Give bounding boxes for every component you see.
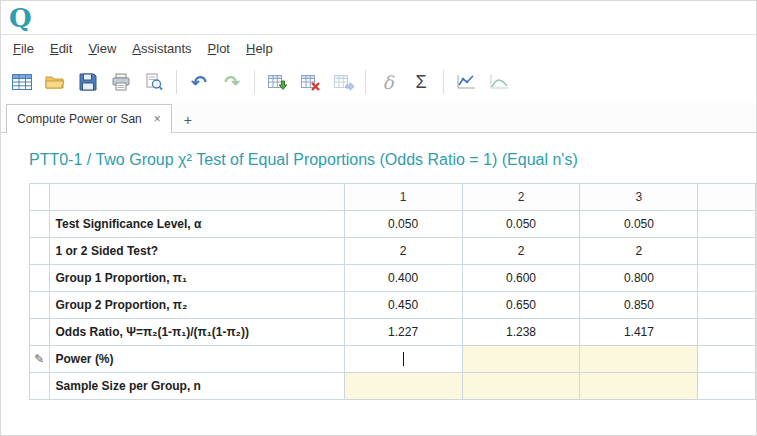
toolbar-separator xyxy=(254,70,255,94)
sigma-icon[interactable]: Σ xyxy=(406,67,436,97)
table-row-power: ✎ Power (%) xyxy=(30,346,756,373)
table-cell[interactable] xyxy=(698,211,756,238)
menu-plot[interactable]: Plot xyxy=(200,38,238,59)
toolbar-separator xyxy=(443,70,444,94)
tab-compute-power[interactable]: Compute Power or San × xyxy=(6,104,172,133)
table-cell[interactable]: 1.417 xyxy=(580,319,698,346)
table-cell[interactable]: 2 xyxy=(580,238,698,265)
delete-column-icon[interactable] xyxy=(295,67,325,97)
table-header-row: 1 2 3 xyxy=(30,184,756,211)
menu-help[interactable]: Help xyxy=(238,38,281,59)
tab-close-icon[interactable]: × xyxy=(154,112,161,126)
row-gutter xyxy=(30,373,50,400)
row-gutter xyxy=(30,292,50,319)
table-cell[interactable]: 2 xyxy=(462,238,580,265)
row-label[interactable]: Power (%) xyxy=(49,346,344,373)
row-label[interactable]: Sample Size per Group, n xyxy=(49,373,344,400)
app-window: Q File Edit View Assistants Plot Help xyxy=(0,0,757,436)
new-table-icon[interactable] xyxy=(7,67,37,97)
table-cell[interactable]: 1.227 xyxy=(344,319,462,346)
table-cell[interactable]: 0.450 xyxy=(344,292,462,319)
table-row: Group 1 Proportion, π₁ 0.400 0.600 0.800 xyxy=(30,265,756,292)
menu-edit[interactable]: Edit xyxy=(42,38,80,59)
table-cell[interactable] xyxy=(462,373,580,400)
row-label[interactable]: Odds Ratio, Ψ=π₂(1-π₁)/(π₁(1-π₂)) xyxy=(49,319,344,346)
table-cell[interactable]: 1.238 xyxy=(462,319,580,346)
column-header-2[interactable]: 2 xyxy=(462,184,580,211)
parameter-table: 1 2 3 Test Significance Level, α 0.050 0… xyxy=(29,183,756,400)
corner-cell xyxy=(30,184,50,211)
menu-assistants[interactable]: Assistants xyxy=(124,38,199,59)
row-label[interactable]: Group 2 Proportion, π₂ xyxy=(49,292,344,319)
table-cell[interactable] xyxy=(698,238,756,265)
table-cell[interactable]: 0.400 xyxy=(344,265,462,292)
table-cell[interactable] xyxy=(462,346,580,373)
delta-icon[interactable]: δ xyxy=(373,67,403,97)
plot-line-icon[interactable] xyxy=(451,67,481,97)
table-cell[interactable] xyxy=(344,373,462,400)
menu-file[interactable]: File xyxy=(5,38,42,59)
title-bar: Q xyxy=(1,1,756,35)
table-cell[interactable] xyxy=(580,373,698,400)
label-column-header xyxy=(49,184,344,211)
column-header-1[interactable]: 1 xyxy=(344,184,462,211)
run-table-icon[interactable] xyxy=(262,67,292,97)
redo-icon[interactable]: ↷ xyxy=(217,67,247,97)
menu-bar: File Edit View Assistants Plot Help xyxy=(1,35,756,61)
open-folder-icon[interactable] xyxy=(40,67,70,97)
table-cell[interactable] xyxy=(580,346,698,373)
plot-curve-icon[interactable] xyxy=(484,67,514,97)
column-header-3[interactable]: 3 xyxy=(580,184,698,211)
edit-row-pencil-icon: ✎ xyxy=(34,352,44,366)
table-row-sample-size: Sample Size per Group, n xyxy=(30,373,756,400)
row-gutter xyxy=(30,265,50,292)
toolbar-separator xyxy=(365,70,366,94)
text-caret xyxy=(403,352,404,366)
table-cell[interactable]: 0.050 xyxy=(462,211,580,238)
row-gutter xyxy=(30,211,50,238)
table-cell[interactable]: 0.050 xyxy=(344,211,462,238)
menu-view[interactable]: View xyxy=(80,38,124,59)
row-label[interactable]: 1 or 2 Sided Test? xyxy=(49,238,344,265)
save-icon[interactable] xyxy=(73,67,103,97)
row-gutter xyxy=(30,319,50,346)
table-cell[interactable]: 0.050 xyxy=(580,211,698,238)
toolbar-separator xyxy=(176,70,177,94)
row-label[interactable]: Group 1 Proportion, π₁ xyxy=(49,265,344,292)
table-cell[interactable]: 0.800 xyxy=(580,265,698,292)
table-cell[interactable] xyxy=(698,265,756,292)
table-row: Odds Ratio, Ψ=π₂(1-π₁)/(π₁(1-π₂)) 1.227 … xyxy=(30,319,756,346)
tab-label: Compute Power or San xyxy=(17,112,142,126)
table-cell[interactable]: 0.600 xyxy=(462,265,580,292)
transfer-table-icon[interactable] xyxy=(328,67,358,97)
table-cell[interactable]: 0.650 xyxy=(462,292,580,319)
table-cell[interactable]: 0.850 xyxy=(580,292,698,319)
print-preview-icon[interactable] xyxy=(139,67,169,97)
table-cell[interactable] xyxy=(698,373,756,400)
table-cell[interactable] xyxy=(698,346,756,373)
undo-icon[interactable]: ↶ xyxy=(184,67,214,97)
active-edit-cell[interactable] xyxy=(344,346,462,373)
row-gutter: ✎ xyxy=(30,346,50,373)
app-logo: Q xyxy=(9,5,32,31)
page-title: PTT0-1 / Two Group χ² Test of Equal Prop… xyxy=(29,151,756,169)
table-row: 1 or 2 Sided Test? 2 2 2 xyxy=(30,238,756,265)
print-icon[interactable] xyxy=(106,67,136,97)
table-row: Test Significance Level, α 0.050 0.050 0… xyxy=(30,211,756,238)
table-cell[interactable] xyxy=(698,319,756,346)
content-panel: PTT0-1 / Two Group χ² Test of Equal Prop… xyxy=(1,133,756,436)
table-cell[interactable]: 2 xyxy=(344,238,462,265)
new-tab-button[interactable]: + xyxy=(175,108,201,132)
column-header-partial[interactable] xyxy=(698,184,756,211)
table-cell[interactable] xyxy=(698,292,756,319)
row-gutter xyxy=(30,238,50,265)
row-label[interactable]: Test Significance Level, α xyxy=(49,211,344,238)
tab-bar: Compute Power or San × + xyxy=(1,103,756,133)
toolbar: ↶ ↷ xyxy=(1,61,756,103)
table-row: Group 2 Proportion, π₂ 0.450 0.650 0.850 xyxy=(30,292,756,319)
